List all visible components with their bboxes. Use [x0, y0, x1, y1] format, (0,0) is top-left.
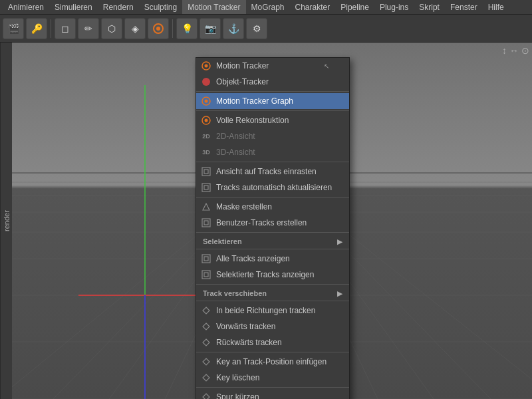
dropdown-item-label: In beide Richtungen tracken — [216, 306, 315, 315]
dropdown-section-selektieren[interactable]: Selektieren ▶ — [196, 234, 349, 247]
menu-simulieren[interactable]: Simulieren — [49, 0, 98, 14]
dropdown-item-key-position[interactable]: Key an Track-Position einfügen — [196, 354, 349, 370]
dropdown-item-label: Vorwärts tracken — [216, 322, 275, 331]
dropdown-sep-3 — [196, 162, 349, 162]
menu-skript[interactable]: Skript — [414, 0, 445, 14]
dropdown-item-label: Motion Tracker Graph — [216, 96, 293, 106]
dropdown-item-label: Ansicht auf Tracks einrasten — [216, 167, 317, 176]
toolbar-key-icon[interactable]: 🔑 — [26, 18, 47, 39]
dropdown-item-key-loeschen[interactable]: Key löschen — [196, 370, 349, 386]
dropdown-item-label: 3D-Ansicht — [216, 148, 255, 157]
svg-marker-46 — [203, 339, 209, 346]
key-pos-icon — [200, 356, 212, 368]
menu-pipeline[interactable]: Pipeline — [335, 0, 374, 14]
dropdown-item-label: Benutzer-Tracks erstellen — [216, 218, 307, 227]
dropdown-item-2d-ansicht: 2D 2D-Ansicht — [196, 128, 349, 144]
2d-icon: 2D — [200, 130, 212, 142]
motion-tracker-icon — [200, 60, 212, 72]
svg-rect-34 — [204, 170, 208, 174]
dropdown-item-label: Tracks automatisch aktualisieren — [216, 183, 332, 192]
dropdown-item-rueckwaerts[interactable]: Rückwärts tracken — [196, 334, 349, 350]
dropdown-item-selektierte-tracks[interactable]: Selektierte Tracks anzeigen — [196, 267, 349, 283]
dropdown-item-benutzer-tracks[interactable]: Benutzer-Tracks erstellen — [196, 215, 349, 231]
toolbar-camera-icon[interactable]: 📷 — [200, 18, 221, 39]
toolbar-motion-icon[interactable] — [148, 18, 169, 39]
dropdown-item-label: Objekt-Tracker — [216, 77, 269, 86]
dropdown-item-label: Spur kürzen — [216, 392, 259, 399]
svg-rect-38 — [202, 219, 210, 227]
track-verschieben-arrow: ▶ — [337, 290, 342, 297]
dropdown-item-spur-kuerzen[interactable]: Spur kürzen — [196, 389, 349, 399]
objekt-tracker-icon — [200, 76, 212, 88]
menu-mograph[interactable]: MoGraph — [246, 0, 290, 14]
dropdown-item-label: Volle Rekonstruktion — [216, 116, 289, 125]
viewport-icon-view[interactable]: ⊙ — [521, 45, 529, 56]
viewport-icon-rotate[interactable]: ↕ — [502, 45, 507, 56]
dropdown-item-objekt-tracker[interactable]: Objekt-Tracker — [196, 74, 349, 90]
toolbar-light-icon[interactable]: 💡 — [176, 18, 198, 39]
dropdown-section-track-verschieben[interactable]: Track verschieben ▶ — [196, 286, 349, 299]
ansicht-icon — [200, 166, 212, 178]
toolbar-sep-1 — [51, 19, 51, 38]
svg-point-30 — [205, 100, 208, 103]
svg-rect-43 — [204, 273, 208, 277]
cursor-indicator: ↖ — [324, 63, 329, 70]
dropdown-sep-2 — [196, 110, 349, 111]
menu-plugins[interactable]: Plug-ins — [374, 0, 414, 14]
dropdown-item-label: Key löschen — [216, 373, 259, 382]
toolbar-edit-icon[interactable]: ✏ — [78, 18, 99, 39]
svg-marker-45 — [203, 323, 209, 330]
dropdown-item-label: 2D-Ansicht — [216, 132, 255, 141]
dropdown-item-maske[interactable]: Maske erstellen — [196, 199, 349, 215]
key-del-icon — [200, 372, 212, 384]
dropdown-item-label: Rückwärts tracken — [216, 338, 282, 347]
dropdown-item-alle-tracks[interactable]: Alle Tracks anzeigen — [196, 251, 349, 267]
dropdown-sep-1 — [196, 91, 349, 92]
svg-point-1 — [156, 27, 160, 31]
dropdown-item-graph[interactable]: Motion Tracker Graph — [196, 93, 349, 109]
svg-point-32 — [205, 119, 208, 122]
menu-hilfe[interactable]: Hilfe — [483, 0, 509, 14]
svg-point-28 — [202, 78, 210, 86]
menu-motion-tracker[interactable]: Motion Tracker — [182, 0, 245, 14]
toolbar-scene-icon[interactable]: ◈ — [124, 18, 146, 39]
dropdown-item-label: Key an Track-Position einfügen — [216, 357, 327, 366]
svg-marker-49 — [203, 394, 209, 399]
selektierte-icon — [200, 269, 212, 281]
vorwaerts-icon — [200, 321, 212, 332]
toolbar-cube-icon[interactable]: ◻ — [55, 18, 76, 39]
menu-animieren[interactable]: Animieren — [3, 0, 49, 14]
svg-marker-48 — [203, 374, 209, 381]
toolbar-sphere-icon[interactable]: ⬡ — [101, 18, 122, 39]
menu-charakter[interactable]: Charakter — [290, 0, 336, 14]
svg-rect-33 — [202, 168, 210, 176]
svg-marker-44 — [203, 307, 209, 314]
dropdown-item-label: Motion Tracker — [216, 61, 269, 70]
maske-icon — [200, 201, 212, 213]
svg-rect-36 — [204, 186, 208, 190]
menu-fenster[interactable]: Fenster — [445, 0, 483, 14]
graph-icon — [200, 95, 212, 107]
dropdown-sep-10 — [196, 387, 349, 388]
rueckwaerts-icon — [200, 336, 212, 348]
dropdown-item-ansicht-tracks[interactable]: Ansicht auf Tracks einrasten — [196, 164, 349, 180]
dropdown-item-motion-tracker[interactable]: Motion Tracker ↖ — [196, 58, 349, 74]
toolbar-anchor-icon[interactable]: ⚓ — [223, 18, 244, 39]
menu-rendern[interactable]: Rendern — [98, 0, 139, 14]
dropdown-item-label: Selektierte Tracks anzeigen — [216, 270, 314, 279]
toolbar-gear-icon[interactable]: ⚙ — [246, 18, 267, 39]
menu-sculpting[interactable]: Sculpting — [139, 0, 182, 14]
viewport-icon-move[interactable]: ↔ — [509, 45, 519, 56]
main-area: render — [0, 43, 532, 399]
dropdown-item-vorwaerts[interactable]: Vorwärts tracken — [196, 319, 349, 334]
3d-icon: 3D — [200, 146, 212, 158]
dropdown-item-beide-richtungen[interactable]: In beide Richtungen tracken — [196, 303, 349, 319]
viewport[interactable]: ↕ ↔ ⊙ Motion Tracker ↖ — [12, 43, 532, 399]
svg-rect-35 — [202, 184, 210, 192]
dropdown-sep-6 — [196, 249, 349, 249]
left-panel-label: render — [0, 43, 12, 399]
dropdown-item-tracks-auto[interactable]: Tracks automatisch aktualisieren — [196, 180, 349, 196]
dropdown-item-rekonstruktion[interactable]: Volle Rekonstruktion — [196, 112, 349, 128]
toolbar-film-icon[interactable]: 🎬 — [3, 18, 24, 39]
svg-marker-37 — [203, 203, 209, 210]
